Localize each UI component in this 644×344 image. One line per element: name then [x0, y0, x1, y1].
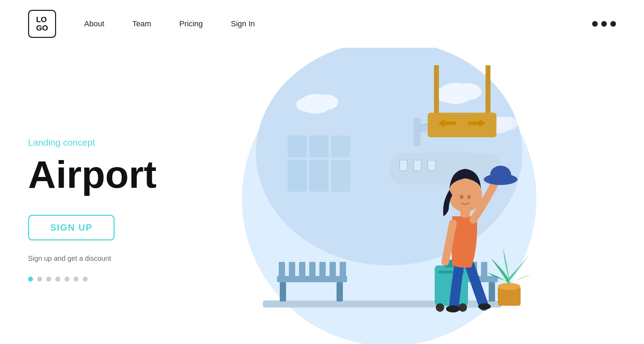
svg-rect-36 — [309, 262, 316, 278]
hero-title: Airport — [28, 155, 210, 194]
hero-subtitle: Landing concept — [28, 137, 210, 148]
svg-point-53 — [459, 303, 467, 312]
nav-about[interactable]: About — [84, 19, 104, 28]
airport-illustration-svg — [217, 48, 550, 344]
hero-text: Landing concept Airport SIGN UP Sign up … — [28, 130, 210, 282]
svg-point-61 — [467, 195, 471, 199]
dot-icon-3 — [610, 21, 616, 27]
svg-rect-34 — [289, 262, 295, 278]
svg-rect-38 — [330, 262, 336, 278]
svg-rect-37 — [319, 262, 326, 278]
indicator-dot-5[interactable] — [65, 277, 69, 282]
dot-icon-1 — [592, 21, 598, 27]
svg-rect-26 — [428, 113, 496, 137]
svg-rect-9 — [428, 160, 435, 171]
svg-point-23 — [497, 117, 518, 130]
svg-rect-10 — [287, 160, 307, 192]
svg-rect-4 — [414, 118, 421, 146]
svg-point-60 — [460, 195, 463, 199]
svg-rect-39 — [340, 262, 346, 278]
svg-rect-33 — [279, 262, 285, 278]
svg-rect-11 — [309, 160, 328, 192]
svg-rect-14 — [331, 135, 350, 157]
indicator-dot-2[interactable] — [37, 277, 42, 282]
main-content: Landing concept Airport SIGN UP Sign up … — [0, 48, 644, 344]
svg-point-20 — [455, 83, 481, 100]
slide-indicators — [28, 277, 210, 282]
svg-rect-8 — [414, 160, 421, 171]
svg-rect-13 — [309, 135, 328, 157]
svg-point-52 — [436, 303, 444, 312]
svg-rect-15 — [331, 160, 350, 192]
indicator-dot-3[interactable] — [46, 277, 51, 282]
svg-point-63 — [490, 166, 511, 184]
svg-point-17 — [314, 94, 338, 110]
hero-illustration — [210, 55, 616, 344]
signup-description: Sign up and get a discount — [28, 254, 210, 263]
logo[interactable]: LO GO — [28, 10, 56, 38]
nav-pricing[interactable]: Pricing — [179, 19, 203, 28]
dot-icon-2 — [601, 21, 607, 27]
svg-rect-42 — [489, 282, 495, 302]
svg-rect-35 — [299, 262, 305, 278]
svg-point-59 — [448, 178, 482, 212]
svg-point-57 — [478, 303, 491, 310]
indicator-dot-1[interactable] — [28, 277, 33, 282]
nav-signin[interactable]: Sign In — [231, 19, 255, 28]
nav-team[interactable]: Team — [133, 19, 151, 28]
svg-point-56 — [446, 305, 460, 312]
navigation: About Team Pricing Sign In — [84, 19, 255, 28]
indicator-dot-4[interactable] — [55, 277, 60, 282]
indicator-dot-6[interactable] — [74, 277, 79, 282]
header: LO GO About Team Pricing Sign In — [0, 0, 644, 48]
svg-rect-31 — [280, 282, 286, 302]
svg-point-18 — [296, 98, 317, 112]
svg-rect-46 — [481, 262, 487, 278]
signup-button[interactable]: SIGN UP — [28, 215, 115, 240]
logo-text: LO GO — [36, 15, 48, 32]
svg-rect-12 — [287, 135, 307, 157]
indicator-dot-7[interactable] — [83, 277, 88, 282]
svg-rect-32 — [337, 282, 343, 302]
svg-rect-7 — [400, 160, 407, 171]
more-menu[interactable] — [592, 21, 616, 27]
